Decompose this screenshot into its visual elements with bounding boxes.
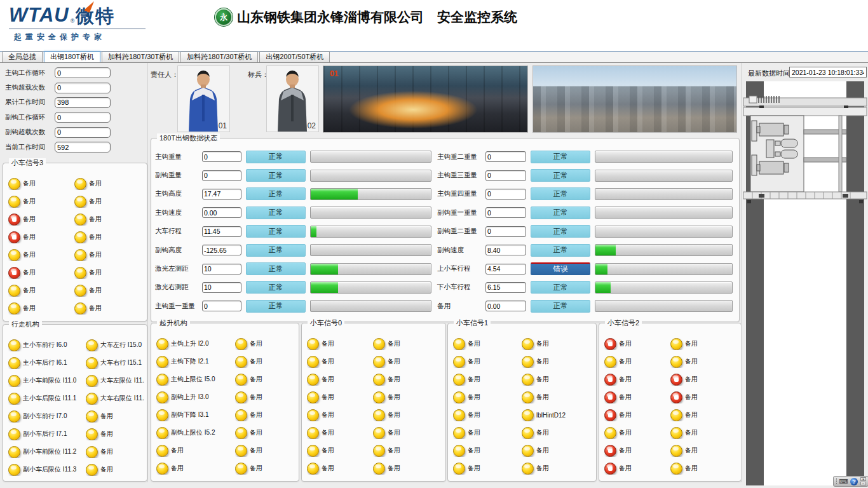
indicator-item: 备用 [604, 338, 670, 350]
status-button[interactable]: 正常 [531, 187, 590, 200]
lamp-icon [235, 427, 247, 439]
stat-row: 主钩超载次数 [5, 80, 145, 95]
data-value-input[interactable] [202, 151, 241, 162]
indicator-item: 备用 [670, 409, 738, 421]
data-label: 主钩高度 [155, 189, 202, 198]
progress-bar [310, 207, 431, 219]
data-value-input[interactable] [202, 207, 241, 218]
stat-row: 主钩工作循环 [5, 65, 145, 80]
status-button[interactable]: 正常 [246, 225, 306, 238]
status-button[interactable]: 正常 [531, 207, 590, 219]
panel-trolley-signal-1: 小车信号1 备用 备用 备用 [447, 323, 597, 482]
status-button[interactable]: 正常 [246, 187, 306, 200]
status-button[interactable]: 正常 [531, 244, 590, 257]
data-value-input[interactable] [485, 282, 526, 293]
data-value-input[interactable] [202, 170, 241, 181]
indicator-item: 备用 [156, 445, 235, 457]
indicator-label: 备用 [685, 464, 698, 473]
status-button[interactable]: 正常 [531, 281, 590, 294]
tab[interactable]: 加料跨180T/30T桥机 [180, 51, 258, 62]
status-button[interactable]: 错误 [531, 262, 590, 275]
status-button[interactable]: 正常 [246, 151, 306, 163]
data-value-input[interactable] [485, 151, 526, 162]
status-label: 正常 [553, 227, 568, 236]
status-button[interactable]: 正常 [531, 300, 590, 313]
status-button[interactable]: 正常 [246, 262, 306, 275]
status-button[interactable]: 正常 [246, 300, 306, 313]
stat-value-input[interactable] [55, 142, 111, 152]
tab[interactable]: 加料跨180T/30T桥机 [102, 51, 179, 62]
indicator-label: 备用 [388, 446, 400, 455]
data-value-input[interactable] [485, 226, 526, 237]
data-value-input[interactable] [202, 264, 241, 274]
status-button[interactable]: 正常 [531, 169, 590, 182]
panel-trolley-signal-3: 小车信号3 备用 备用 备用 [3, 163, 147, 322]
status-label: 正常 [269, 245, 283, 255]
lamp-icon [156, 338, 168, 350]
data-value-input[interactable] [202, 282, 241, 293]
lamp-icon [8, 428, 20, 440]
collapse-button[interactable]: ▾ [860, 477, 866, 481]
indicator-label: 备用 [536, 428, 549, 437]
indicator-label: 备用 [23, 286, 36, 295]
status-button[interactable]: 正常 [531, 225, 590, 238]
data-value-input[interactable] [485, 207, 526, 218]
tab-label: 全局总揽 [8, 52, 36, 62]
data-value-input[interactable] [485, 264, 526, 274]
data-value-input[interactable] [485, 189, 526, 200]
help-icon[interactable]: ? [850, 478, 858, 485]
indicator-label: 备用 [619, 464, 632, 473]
lamp-icon [235, 463, 247, 475]
data-label: 激光右测距 [155, 283, 202, 292]
options-button[interactable]: ▪ [860, 482, 866, 485]
lamp-icon [8, 410, 20, 423]
tab[interactable]: 出钢180T桥机 [44, 51, 100, 62]
lamp-icon [156, 445, 168, 457]
indicator-item: 备用 [453, 409, 522, 421]
data-value-input[interactable] [485, 170, 526, 181]
data-value-input[interactable] [485, 301, 526, 311]
indicator-label: 备用 [468, 339, 480, 348]
indicator-item: 备用 [522, 391, 593, 403]
status-button[interactable]: 正常 [246, 281, 306, 294]
stat-value-input[interactable] [55, 127, 111, 138]
lamp-icon [307, 463, 319, 475]
data-value-input[interactable] [202, 226, 241, 237]
progress-bar [310, 226, 431, 238]
indicator-item: 副钩上升 I3.0 [156, 391, 235, 403]
indicator-item: lblHintD12 [522, 409, 593, 421]
lamp-icon [8, 214, 20, 226]
indicator-item: 备用 [8, 214, 74, 226]
status-button[interactable]: 正常 [531, 151, 590, 163]
stat-value-input[interactable] [55, 112, 111, 123]
grip-handle[interactable] [836, 478, 837, 485]
status-button[interactable]: 正常 [246, 207, 306, 219]
tab[interactable]: 全局总揽 [2, 51, 43, 62]
indicator-label: 备用 [250, 375, 262, 384]
data-row: 主钩重一重量 正常 [155, 297, 435, 315]
indicator-grid: 备用 备用 备用 备用 备用 [448, 323, 596, 477]
lamp-icon [74, 285, 86, 297]
status-button[interactable]: 正常 [246, 244, 306, 257]
status-button[interactable]: 正常 [246, 169, 306, 182]
indicator-label: 备用 [388, 393, 400, 402]
lamp-icon [522, 374, 534, 386]
data-value-input[interactable] [202, 189, 241, 200]
stat-value-input[interactable] [55, 83, 111, 93]
tab[interactable]: 出钢200T/50T桥机 [259, 51, 330, 62]
indicator-grid: 主小车前行 I6.0 大车左行 I15.0 主小车后行 I6.1 大车右行 I1… [3, 325, 147, 478]
stat-row: 当前工作时间 [5, 140, 145, 154]
indicator-label: 备用 [536, 339, 549, 348]
indicator-item: 备用 [373, 391, 443, 403]
lamp-icon [307, 338, 319, 350]
data-value-input[interactable] [202, 301, 241, 311]
data-value-input[interactable] [485, 245, 526, 255]
stat-value-input[interactable] [55, 67, 111, 78]
keyboard-icon[interactable]: ⌨ [839, 478, 848, 485]
latest-data-time-input[interactable] [789, 67, 867, 78]
data-value-input[interactable] [202, 245, 241, 255]
lamp-icon [156, 427, 168, 439]
indicator-label: 备用 [468, 428, 480, 437]
stat-value-input[interactable] [55, 97, 111, 108]
indicator-label: 备用 [89, 268, 102, 277]
